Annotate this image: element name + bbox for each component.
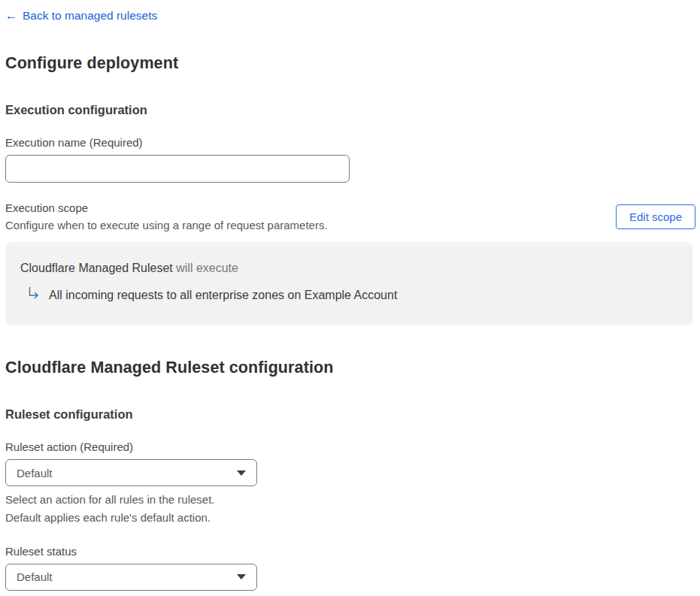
execution-scope-label: Execution scope: [5, 201, 328, 214]
summary-scope-text: All incoming requests to all enterprise …: [49, 289, 397, 302]
ruleset-action-label: Ruleset action (Required): [5, 440, 695, 453]
ruleset-action-help-1: Select an action for all rules in the ru…: [5, 492, 695, 508]
back-to-managed-rulesets-link[interactable]: ← Back to managed rulesets: [5, 9, 157, 23]
ruleset-status-label: Ruleset status: [5, 545, 695, 558]
summary-ruleset-name: Cloudflare Managed Ruleset: [20, 262, 173, 274]
configure-deployment-page: ← Back to managed rulesets Configure dep…: [0, 0, 700, 596]
chevron-down-icon: [237, 574, 246, 579]
execution-name-label: Execution name (Required): [5, 136, 695, 149]
page-title: Configure deployment: [5, 54, 695, 73]
ruleset-configuration-heading: Ruleset configuration: [5, 407, 695, 422]
ruleset-status-select[interactable]: Default: [5, 564, 257, 591]
ruleset-action-help-2: Default applies each rule's default acti…: [5, 510, 695, 526]
indent-arrow-icon: [26, 286, 41, 304]
execution-configuration-heading: Execution configuration: [5, 103, 695, 117]
ruleset-configuration-title: Cloudflare Managed Ruleset configuration: [5, 359, 695, 377]
execution-scope-description: Configure when to execute using a range …: [5, 219, 328, 231]
execution-scope-text-block: Execution scope Configure when to execut…: [5, 201, 328, 231]
edit-scope-button[interactable]: Edit scope: [616, 204, 695, 229]
summary-line-ruleset: Cloudflare Managed Ruleset will execute: [20, 262, 677, 275]
back-link-label: Back to managed rulesets: [23, 9, 157, 23]
ruleset-status-selected-value: Default: [17, 570, 53, 583]
summary-will-execute: will execute: [173, 262, 238, 274]
execution-summary-panel: Cloudflare Managed Ruleset will execute …: [5, 242, 692, 325]
execution-scope-row: Execution scope Configure when to execut…: [5, 201, 695, 231]
ruleset-action-selected-value: Default: [17, 467, 53, 480]
back-arrow-icon: ←: [5, 10, 17, 22]
ruleset-action-select[interactable]: Default: [5, 459, 257, 486]
execution-name-input[interactable]: [5, 155, 350, 183]
chevron-down-icon: [237, 470, 246, 476]
summary-line-scope: All incoming requests to all enterprise …: [20, 286, 677, 304]
